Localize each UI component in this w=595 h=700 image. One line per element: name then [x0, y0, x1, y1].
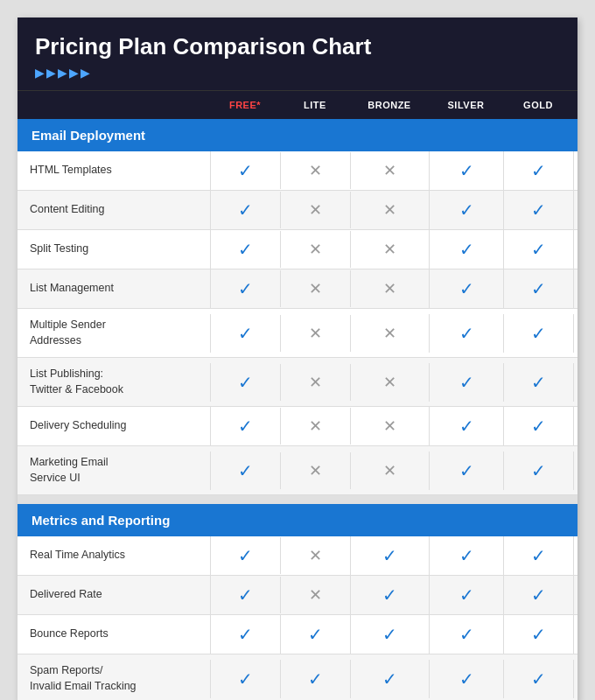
feature-name: List Management	[18, 272, 210, 305]
cell-check: ✓	[573, 452, 578, 490]
cell-check: ✓	[573, 576, 578, 614]
cell-cross: ✕	[350, 315, 429, 352]
table-row: HTML Templates ✓ ✕ ✕ ✓ ✓ ✓	[18, 151, 578, 191]
cell-check: ✓	[429, 536, 503, 575]
cell-check: ✓	[503, 151, 573, 190]
table-row: List Publishing:Twitter & Facebook ✓ ✕ ✕…	[18, 358, 578, 407]
cell-check: ✓	[503, 452, 573, 490]
cell-check: ✓	[503, 615, 573, 654]
cell-check: ✓	[503, 363, 573, 402]
cell-check: ✓	[429, 191, 503, 229]
cell-check: ✓	[503, 314, 573, 353]
cell-check: ✓	[429, 576, 503, 614]
header: Pricing Plan Comparison Chart ▶▶▶▶▶	[18, 18, 578, 90]
cell-cross: ✕	[280, 315, 350, 352]
table-row: Multiple SenderAddresses ✓ ✕ ✕ ✓ ✓ ✓	[18, 309, 578, 358]
cell-check: ✓	[503, 270, 573, 308]
col-empty	[18, 91, 210, 119]
feature-name: Split Testing	[18, 233, 210, 266]
section-metrics-reporting: Metrics and Reporting	[18, 504, 578, 536]
cell-check: ✓	[210, 576, 280, 614]
cell-check: ✓	[210, 191, 280, 229]
cell-check: ✓	[573, 407, 578, 445]
cell-check: ✓	[210, 615, 280, 654]
cell-check: ✓	[429, 230, 503, 269]
cell-check: ✓	[573, 363, 578, 402]
table-row: Delivery Scheduling ✓ ✕ ✕ ✓ ✓ ✓	[18, 407, 578, 446]
cell-cross: ✕	[350, 452, 429, 489]
pricing-card: Pricing Plan Comparison Chart ▶▶▶▶▶ FREE…	[18, 18, 578, 700]
cell-cross: ✕	[350, 231, 429, 268]
cell-check: ✓	[210, 660, 280, 698]
cell-cross: ✕	[350, 192, 429, 228]
cell-check: ✓	[503, 191, 573, 229]
feature-name: List Publishing:Twitter & Facebook	[18, 358, 210, 406]
cell-check: ✓	[429, 151, 503, 190]
cell-cross: ✕	[280, 537, 350, 574]
cell-check: ✓	[573, 314, 578, 353]
cell-cross: ✕	[280, 452, 350, 489]
cell-check: ✓	[503, 407, 573, 445]
cell-cross: ✕	[350, 270, 429, 307]
cell-check: ✓	[429, 270, 503, 308]
cell-cross: ✕	[350, 152, 429, 189]
table-row: Bounce Reports ✓ ✓ ✓ ✓ ✓ ✓	[18, 615, 578, 654]
feature-name: Real Time Analytics	[18, 539, 210, 572]
section-spacer	[18, 495, 578, 504]
cell-cross: ✕	[280, 192, 350, 228]
cell-check: ✓	[573, 615, 578, 654]
table-row: Real Time Analytics ✓ ✕ ✓ ✓ ✓ ✓	[18, 536, 578, 576]
cell-check: ✓	[210, 270, 280, 308]
page-title: Pricing Plan Comparison Chart	[35, 33, 560, 60]
table-row: Content Editing ✓ ✕ ✕ ✓ ✓ ✓	[18, 191, 578, 230]
cell-check: ✓	[573, 270, 578, 308]
cell-check: ✓	[573, 191, 578, 229]
feature-name: Bounce Reports	[18, 618, 210, 651]
col-lite: LITE	[280, 91, 350, 119]
feature-name: Spam Reports/Invalid Email Tracking	[18, 654, 210, 700]
feature-name: Delivered Rate	[18, 578, 210, 612]
cell-cross: ✕	[280, 231, 350, 268]
column-headers: FREE* LITE BRONZE SILVER GOLD PL	[18, 90, 578, 119]
cell-cross: ✕	[280, 577, 350, 613]
cell-check: ✓	[210, 363, 280, 402]
cell-check: ✓	[503, 576, 573, 614]
cell-cross: ✕	[350, 364, 429, 401]
cell-check: ✓	[503, 230, 573, 269]
cell-check: ✓	[210, 407, 280, 445]
cell-check: ✓	[573, 230, 578, 269]
cell-check: ✓	[210, 230, 280, 269]
feature-name: Multiple SenderAddresses	[18, 309, 210, 357]
feature-name: Content Editing	[18, 193, 210, 227]
table-row: Delivered Rate ✓ ✕ ✓ ✓ ✓ ✓	[18, 576, 578, 615]
cell-check: ✓	[429, 660, 503, 698]
section-email-deployment: Email Deployment	[18, 119, 578, 151]
cell-check: ✓	[429, 452, 503, 490]
table-row: Spam Reports/Invalid Email Tracking ✓ ✓ …	[18, 654, 578, 700]
cell-check: ✓	[210, 452, 280, 490]
table-row: Split Testing ✓ ✕ ✕ ✓ ✓ ✓	[18, 230, 578, 270]
col-pl: PL	[573, 91, 578, 119]
feature-name: Marketing EmailService UI	[18, 446, 210, 494]
cell-check: ✓	[429, 407, 503, 445]
feature-name: Delivery Scheduling	[18, 410, 210, 443]
cell-check: ✓	[280, 660, 350, 698]
col-gold: GOLD	[503, 91, 573, 119]
cell-check: ✓	[350, 576, 429, 614]
col-bronze: BRONZE	[350, 91, 429, 119]
cell-check: ✓	[429, 363, 503, 402]
table-row: Marketing EmailService UI ✓ ✕ ✕ ✓ ✓ ✓	[18, 446, 578, 495]
cell-check: ✓	[350, 536, 429, 575]
col-silver: SILVER	[429, 91, 503, 119]
cell-check: ✓	[210, 536, 280, 575]
cell-check: ✓	[503, 660, 573, 698]
cell-check: ✓	[210, 151, 280, 190]
cell-check: ✓	[350, 615, 429, 654]
cell-check: ✓	[280, 615, 350, 654]
cell-check: ✓	[429, 615, 503, 654]
cell-check: ✓	[210, 314, 280, 353]
cell-cross: ✕	[280, 364, 350, 401]
cell-check: ✓	[350, 660, 429, 698]
header-arrows: ▶▶▶▶▶	[35, 66, 560, 80]
cell-cross: ✕	[280, 270, 350, 307]
